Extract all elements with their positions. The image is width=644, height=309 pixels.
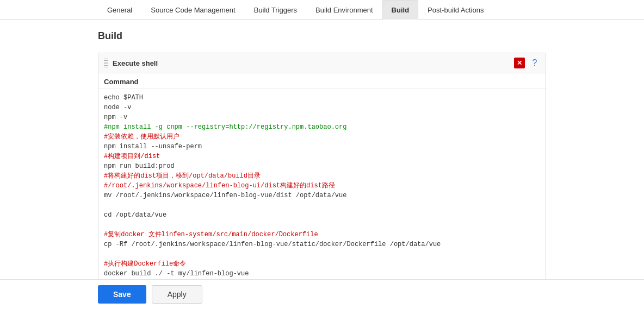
execute-shell-header: Execute shell ✕ ? bbox=[98, 53, 546, 73]
code-line: #/root/.jenkins/workspace/linfen-blog-ui… bbox=[104, 181, 540, 191]
code-line: cp -Rf /root/.jenkins/workspace/linfen-b… bbox=[104, 239, 540, 249]
code-line: npm install --unsafe-perm bbox=[104, 142, 540, 152]
code-line: npm -v bbox=[104, 112, 540, 122]
drag-handle[interactable] bbox=[104, 59, 108, 67]
tabs-bar: General Source Code Management Build Tri… bbox=[0, 0, 644, 20]
code-line: npm run build:prod bbox=[104, 161, 540, 171]
code-line: #安装依赖，使用默认用户 bbox=[104, 132, 540, 142]
bottom-bar: Save Apply bbox=[0, 279, 644, 309]
code-line: mv /root/.jenkins/workspace/linfen-blog-… bbox=[104, 191, 540, 200]
code-line bbox=[104, 200, 540, 210]
code-line: node -v bbox=[104, 103, 540, 112]
code-line: #执行构建Dockerfile命令 bbox=[104, 259, 540, 269]
main-content: Build Execute shell ✕ ? Command echo $PA… bbox=[0, 20, 644, 309]
save-button[interactable]: Save bbox=[98, 285, 146, 304]
code-line: #构建项目到/dist bbox=[104, 152, 540, 161]
tab-build-env[interactable]: Build Environment bbox=[306, 0, 382, 20]
code-line bbox=[104, 220, 540, 230]
code-line: echo $PATH bbox=[104, 93, 540, 103]
tab-scm[interactable]: Source Code Management bbox=[141, 0, 244, 20]
code-area[interactable]: echo $PATHnode -vnpm -v#npm install -g c… bbox=[98, 88, 546, 309]
code-line: cd /opt/data/vue bbox=[104, 210, 540, 220]
tab-build-triggers[interactable]: Build Triggers bbox=[245, 0, 306, 20]
tab-general[interactable]: General bbox=[98, 0, 141, 20]
code-line: #将构建好的dist项目，移到/opt/data/build目录 bbox=[104, 171, 540, 181]
command-label: Command bbox=[98, 73, 546, 88]
help-button[interactable]: ? bbox=[529, 58, 540, 68]
code-line: docker build ./ -t my/linfen-blog-vue bbox=[104, 269, 540, 279]
execute-shell-block: Execute shell ✕ ? Command echo $PATHnode… bbox=[98, 53, 546, 309]
tab-build[interactable]: Build bbox=[382, 0, 419, 20]
execute-shell-title: Execute shell bbox=[113, 59, 510, 67]
page-title: Build bbox=[98, 30, 546, 42]
code-line: #npm install -g cnpm --registry=http://r… bbox=[104, 122, 540, 132]
code-line: #复制docker 文件linfen-system/src/main/docke… bbox=[104, 230, 540, 239]
code-line bbox=[104, 249, 540, 259]
tab-post-build[interactable]: Post-build Actions bbox=[418, 0, 493, 20]
close-button[interactable]: ✕ bbox=[514, 58, 525, 68]
apply-button[interactable]: Apply bbox=[152, 285, 202, 304]
